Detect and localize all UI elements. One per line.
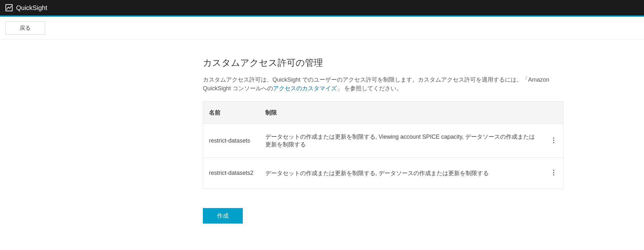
app-logo[interactable]: QuickSight	[5, 4, 47, 12]
page-title: カスタムアクセス許可の管理	[203, 57, 564, 69]
page-description: カスタムアクセス許可は、QuickSight でのユーザーのアクセス許可を制限し…	[203, 75, 564, 93]
svg-point-5	[553, 172, 554, 173]
customize-access-link[interactable]: アクセスのカスタマイズ	[273, 85, 337, 92]
permission-restrict-cell: データセットの作成または更新を制限する, データソースの作成または更新を制限する	[260, 158, 544, 189]
permission-name-cell: restrict-datasets2	[203, 158, 260, 189]
main-content: カスタムアクセス許可の管理 カスタムアクセス許可は、QuickSight でのユ…	[74, 39, 570, 236]
quicksight-logo-icon	[5, 4, 13, 12]
table-header-actions	[544, 102, 564, 124]
create-button[interactable]: 作成	[203, 208, 243, 224]
row-actions-button[interactable]	[550, 167, 557, 179]
table-row: restrict-datasets2 データセットの作成または更新を制限する, …	[203, 158, 564, 189]
app-name: QuickSight	[16, 4, 47, 12]
permissions-table: 名前 制限 restrict-datasets データセットの作成または更新を制…	[203, 101, 564, 189]
svg-point-6	[553, 174, 554, 175]
more-vertical-icon	[553, 137, 554, 145]
back-button[interactable]: 戻る	[5, 21, 45, 35]
table-header-restrict: 制限	[260, 102, 544, 124]
svg-point-3	[553, 142, 554, 143]
svg-point-4	[553, 170, 554, 171]
table-header: 名前 制限	[203, 102, 564, 124]
toolbar: 戻る	[0, 17, 644, 39]
more-vertical-icon	[553, 169, 554, 177]
app-header: QuickSight	[0, 0, 644, 17]
row-actions-button[interactable]	[550, 135, 557, 147]
svg-point-2	[553, 140, 554, 141]
table-header-name: 名前	[203, 102, 260, 124]
svg-point-1	[553, 137, 554, 139]
permission-restrict-cell: データセットの作成または更新を制限する, Viewing account SPI…	[260, 124, 544, 158]
table-row: restrict-datasets データセットの作成または更新を制限する, V…	[203, 124, 564, 158]
permission-name-cell: restrict-datasets	[203, 124, 260, 158]
description-suffix: 」 を参照してください。	[337, 85, 402, 92]
